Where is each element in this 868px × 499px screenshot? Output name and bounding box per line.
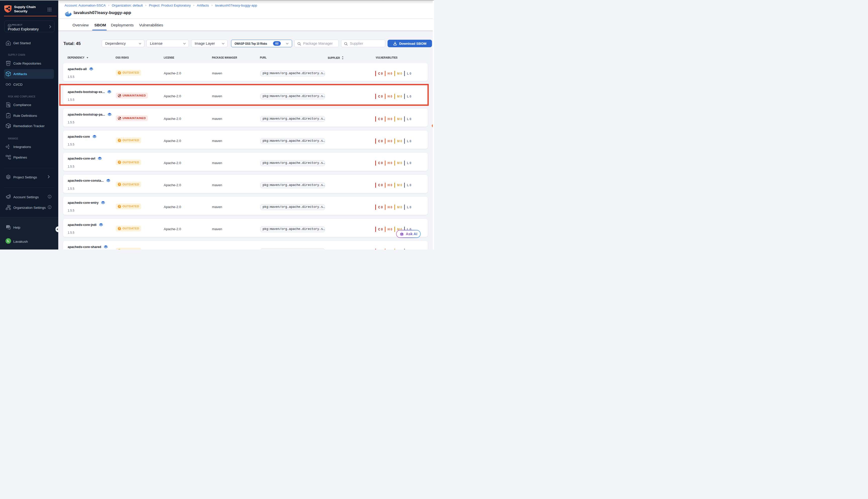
svg-text:?: ? xyxy=(7,226,9,228)
